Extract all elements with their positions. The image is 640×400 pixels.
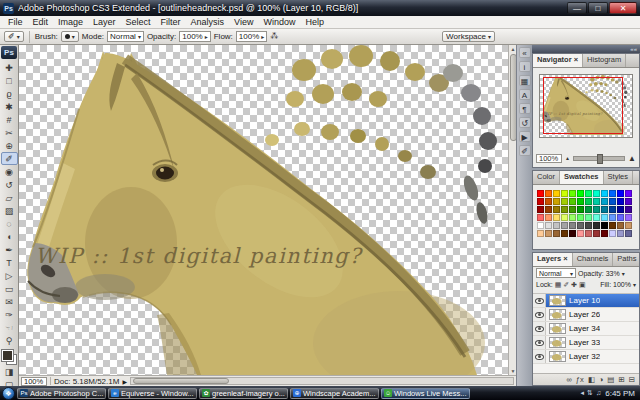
layer-row-layer-32[interactable]: Layer 32 xyxy=(533,350,639,364)
lock-position-icon[interactable]: ✚ xyxy=(571,280,577,289)
color-swatch[interactable] xyxy=(545,222,552,229)
lock-all-icon[interactable]: ▣ xyxy=(579,280,586,289)
color-swatch[interactable] xyxy=(561,214,568,221)
airbrush-toggle[interactable]: ⁂ xyxy=(270,32,278,41)
zoom-in-icon[interactable]: ▲ xyxy=(628,154,636,163)
color-swatch[interactable] xyxy=(561,198,568,205)
color-swatch[interactable] xyxy=(585,214,592,221)
gradient-tool[interactable]: ▨ xyxy=(1,204,18,217)
layer-effects-icon[interactable]: ƒx xyxy=(576,375,584,384)
delete-layer-icon[interactable]: ⊟ xyxy=(629,375,635,384)
tab-channels[interactable]: Channels xyxy=(573,253,614,266)
collapse-dock-icon[interactable]: « xyxy=(519,47,531,58)
eyedropper-tool[interactable]: ✑ xyxy=(1,308,18,321)
start-button[interactable]: ❖ xyxy=(2,387,15,400)
color-swatch[interactable] xyxy=(593,190,600,197)
info-panel-icon[interactable]: i xyxy=(519,61,531,72)
menu-item-view[interactable]: View xyxy=(229,17,258,27)
color-swatch[interactable] xyxy=(601,206,608,213)
color-swatch[interactable] xyxy=(561,230,568,237)
color-swatch[interactable] xyxy=(609,230,616,237)
color-swatch[interactable] xyxy=(625,230,632,237)
slice-tool[interactable]: ✂ xyxy=(1,126,18,139)
menu-item-window[interactable]: Window xyxy=(258,17,300,27)
color-swatch[interactable] xyxy=(577,214,584,221)
color-swatch[interactable] xyxy=(577,206,584,213)
tab-navigator[interactable]: Navigator × xyxy=(533,54,583,67)
color-swatch[interactable] xyxy=(585,206,592,213)
color-swatch[interactable] xyxy=(553,198,560,205)
color-swatch[interactable] xyxy=(585,222,592,229)
color-swatch[interactable] xyxy=(537,206,544,213)
visibility-toggle[interactable] xyxy=(533,294,546,307)
paragraph-panel-icon[interactable]: ¶ xyxy=(519,103,531,114)
color-swatch[interactable] xyxy=(625,222,632,229)
tab-layers[interactable]: Layers × xyxy=(533,253,573,266)
history-brush-tool[interactable]: ↺ xyxy=(1,178,18,191)
zoom-tool[interactable]: ⚲ xyxy=(1,334,18,347)
color-swatch[interactable] xyxy=(625,206,632,213)
color-swatch[interactable] xyxy=(601,190,608,197)
color-swatch[interactable] xyxy=(561,190,568,197)
color-swatch[interactable] xyxy=(609,206,616,213)
color-swatch[interactable] xyxy=(569,230,576,237)
color-swatch[interactable] xyxy=(601,214,608,221)
taskbar-button[interactable]: ☺ Windows Live Mess... xyxy=(381,388,470,399)
color-swatch[interactable] xyxy=(545,206,552,213)
tab-color[interactable]: Color xyxy=(533,171,560,184)
color-swatch[interactable] xyxy=(617,206,624,213)
color-swatch[interactable] xyxy=(609,214,616,221)
volume-icon[interactable]: ♫ xyxy=(596,389,601,397)
slider-thumb[interactable] xyxy=(597,154,603,164)
color-swatch[interactable] xyxy=(553,206,560,213)
color-swatch[interactable] xyxy=(593,230,600,237)
layer-row-layer-26[interactable]: Layer 26 xyxy=(533,308,639,322)
color-swatch[interactable] xyxy=(545,198,552,205)
tab-styles[interactable]: Styles xyxy=(604,171,633,184)
layer-mask-icon[interactable]: ◧ xyxy=(588,375,595,384)
dodge-tool[interactable]: ◖ xyxy=(1,230,18,243)
color-swatch[interactable] xyxy=(601,198,608,205)
taskbar-button[interactable]: e Equiverse - Window... xyxy=(108,388,197,399)
visibility-toggle[interactable] xyxy=(533,308,546,321)
color-swatch[interactable] xyxy=(609,190,616,197)
hand-tool[interactable]: ☜ xyxy=(1,321,18,334)
color-swatch[interactable] xyxy=(609,222,616,229)
color-swatch[interactable] xyxy=(569,190,576,197)
navigator-thumbnail[interactable] xyxy=(539,74,633,138)
color-swatch[interactable] xyxy=(577,222,584,229)
visibility-toggle[interactable] xyxy=(533,336,546,349)
history-panel-icon[interactable]: ↺ xyxy=(519,117,531,128)
color-swatch[interactable] xyxy=(569,206,576,213)
rectangular-marquee-tool[interactable]: □ xyxy=(1,74,18,87)
color-swatch[interactable] xyxy=(585,230,592,237)
adjustment-layer-icon[interactable]: ◑ xyxy=(599,375,604,384)
foreground-color-swatch[interactable] xyxy=(2,350,13,361)
color-swatch[interactable] xyxy=(537,190,544,197)
blur-tool[interactable]: ◌ xyxy=(1,217,18,230)
color-swatch[interactable] xyxy=(545,214,552,221)
menu-item-layer[interactable]: Layer xyxy=(88,17,121,27)
navigator-view-box[interactable] xyxy=(543,77,623,134)
vertical-scrollbar[interactable]: ▲ ▼ xyxy=(508,45,516,375)
layer-row-layer-34[interactable]: Layer 34 xyxy=(533,322,639,336)
color-swatch[interactable] xyxy=(561,222,568,229)
type-tool[interactable]: T xyxy=(1,256,18,269)
color-swatch[interactable] xyxy=(585,190,592,197)
layer-group-icon[interactable]: ▤ xyxy=(607,375,614,384)
color-swatch[interactable] xyxy=(577,198,584,205)
navigator-zoom-slider[interactable] xyxy=(573,156,625,161)
lock-pixels-icon[interactable]: ✐ xyxy=(563,280,569,289)
fill-value[interactable]: 100% xyxy=(613,281,631,288)
menu-item-select[interactable]: Select xyxy=(121,17,156,27)
color-swatch[interactable] xyxy=(593,222,600,229)
color-swatch[interactable] xyxy=(537,230,544,237)
status-zoom-field[interactable]: 100% xyxy=(21,377,47,386)
menu-item-file[interactable]: File xyxy=(3,17,28,27)
path-selection-tool[interactable]: ▷ xyxy=(1,269,18,282)
color-swatch[interactable] xyxy=(553,214,560,221)
blend-mode-select[interactable]: Normal ▾ xyxy=(536,268,576,278)
color-swatch[interactable] xyxy=(569,198,576,205)
color-swatch[interactable] xyxy=(577,230,584,237)
character-panel-icon[interactable]: A xyxy=(519,89,531,100)
